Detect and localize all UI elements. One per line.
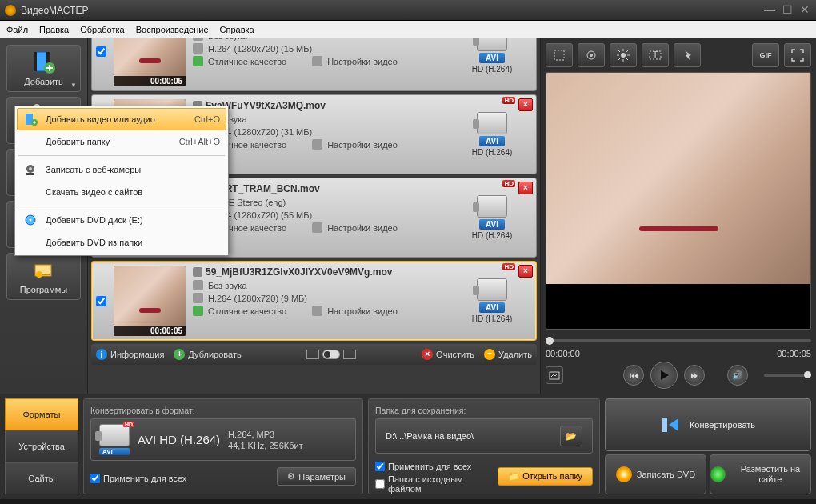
menu-add-video[interactable]: Добавить видео или аудио Ctrl+O (17, 108, 226, 130)
svg-rect-1 (34, 52, 37, 71)
output-path[interactable]: D:\...\Рамка на видео\ 📂 (375, 418, 593, 454)
quality-dropdown-icon (193, 306, 203, 316)
menu-file[interactable]: Файл (6, 25, 28, 34)
info-button[interactable]: iИнформация (96, 349, 164, 360)
output-format-cell[interactable]: HD×AVIHD (H.264) (448, 178, 536, 257)
open-folder-button[interactable]: 📁Открыть папку (498, 467, 593, 486)
text-tool[interactable]: T (642, 43, 669, 67)
tab-sites[interactable]: Сайты (5, 462, 78, 494)
clear-button[interactable]: ×Очистить (422, 349, 474, 360)
menu-add-dvd[interactable]: Добавить DVD диск (E:) (17, 209, 226, 231)
publish-button[interactable]: Разместить на сайте (710, 454, 811, 494)
fullscreen-tool[interactable] (784, 43, 811, 67)
quality-dropdown[interactable]: Отличное качество (208, 57, 286, 66)
apply-all-folder-checkbox[interactable]: Применить для всех (375, 462, 490, 471)
file-name: FyaWFuYV9tXzA3MQ.mov (193, 100, 445, 111)
add-dropdown-menu: Добавить видео или аудио Ctrl+O Добавить… (14, 106, 229, 256)
action-column: Конвертировать Записать DVD Разместить н… (605, 398, 811, 494)
add-button[interactable]: Добавить ▼ (6, 45, 81, 92)
convert-button[interactable]: Конвертировать (605, 398, 811, 451)
gif-tool[interactable]: GIF (752, 43, 779, 67)
duplicate-button[interactable]: +Дублировать (174, 349, 241, 360)
seek-bar[interactable] (546, 333, 811, 349)
codec-info: H.264 (1280x720) (9 МБ) (208, 294, 307, 303)
gear-icon (312, 306, 322, 316)
burn-dvd-button[interactable]: Записать DVD (605, 454, 706, 494)
delete-button[interactable]: –Удалить (484, 349, 532, 360)
quality-dropdown-icon (193, 56, 203, 66)
grid-view-icon (343, 350, 356, 359)
crop-tool[interactable] (546, 43, 573, 67)
output-format-cell[interactable]: HD×AVIHD (H.264) (448, 95, 536, 174)
play-button[interactable] (650, 362, 678, 389)
menu-download[interactable]: Скачать видео с сайтов (17, 181, 226, 203)
video-settings-link[interactable]: Настройки видео (327, 57, 398, 66)
menu-add-folder[interactable]: Добавить папку Ctrl+Alt+O (17, 130, 226, 153)
minimize-button[interactable]: — (763, 4, 776, 17)
tab-devices[interactable]: Устройства (5, 430, 78, 462)
params-button[interactable]: ⚙Параметры (277, 467, 356, 486)
format-badge: AVI (479, 219, 505, 230)
remove-file-button[interactable]: × (518, 98, 533, 111)
dvd-small-icon (23, 213, 39, 227)
audio-info: Без звука (208, 38, 247, 41)
speed-tool[interactable] (674, 43, 701, 67)
preview-panel: T GIF 00:00:00 00:00:05 ⏮ ⏭ 🔊 (540, 38, 816, 394)
file-thumbnail[interactable]: 00:00:05 (114, 266, 186, 336)
info-icon: i (96, 349, 107, 360)
menu-add-dvd-folder[interactable]: Добавить DVD из папки (17, 231, 226, 254)
camcorder-icon (477, 195, 507, 218)
view-toggle[interactable] (251, 350, 412, 359)
remove-file-button[interactable]: × (518, 265, 533, 278)
file-thumbnail[interactable]: 00:00:05 (114, 38, 186, 86)
hd-badge: HD (502, 180, 515, 187)
video-settings-link[interactable]: Настройки видео (327, 306, 398, 316)
file-checkbox[interactable] (96, 296, 106, 306)
output-format-cell[interactable]: HD×AVIHD (H.264) (448, 38, 536, 90)
menu-edit[interactable]: Правка (39, 25, 69, 34)
camcorder-icon (99, 424, 130, 446)
snapshot-button[interactable] (546, 366, 563, 384)
remove-file-button[interactable]: × (518, 182, 533, 194)
output-format-cell[interactable]: HD×AVIHD (H.264) (448, 262, 536, 340)
maximize-button[interactable]: ☐ (781, 4, 794, 17)
next-button[interactable]: ⏭ (684, 365, 705, 386)
svg-text:T: T (653, 50, 658, 59)
enhance-tool[interactable] (578, 43, 605, 67)
gear-icon (312, 222, 322, 233)
video-preview[interactable] (546, 72, 811, 330)
close-button[interactable]: ✕ (798, 4, 811, 17)
menu-help[interactable]: Справка (220, 25, 254, 34)
apply-all-checkbox[interactable]: Применить для всех (90, 474, 186, 483)
volume-slider[interactable] (764, 374, 811, 377)
svg-point-13 (621, 53, 626, 58)
format-panel: Конвертировать в формат: HD AVI AVI HD (… (83, 398, 363, 494)
svg-point-21 (29, 167, 32, 170)
file-row[interactable]: 00:00:0559_MjBfU3R1ZGlvX0JlYXV0eV9MVg.mo… (91, 261, 537, 341)
hd-badge: HD (502, 263, 515, 270)
tab-formats[interactable]: Форматы (5, 398, 78, 430)
format-selector[interactable]: HD AVI AVI HD (H.264) H.264, MP344,1 KHz… (90, 418, 356, 461)
svg-rect-10 (554, 50, 564, 60)
gear-icon: ⚙ (287, 471, 295, 482)
menu-webcam[interactable]: Записать с веб-камеры (17, 158, 226, 181)
menu-process[interactable]: Обработка (80, 25, 124, 34)
video-settings-link[interactable]: Настройки видео (327, 140, 398, 150)
prev-button[interactable]: ⏮ (623, 365, 644, 386)
video-settings-link[interactable]: Настройки видео (327, 223, 398, 233)
browse-button[interactable]: 📂 (560, 426, 582, 446)
same-folder-checkbox[interactable]: Папка с исходным файлом (375, 474, 490, 494)
menu-playback[interactable]: Воспроизведение (136, 25, 209, 34)
film-icon (193, 267, 202, 277)
brightness-tool[interactable] (610, 43, 637, 67)
programs-button[interactable]: Программы (6, 253, 81, 300)
key-icon (30, 258, 58, 282)
app-logo-icon (5, 5, 16, 16)
audio-info: Без звука (208, 281, 247, 290)
file-checkbox[interactable] (96, 46, 106, 57)
minus-icon: – (484, 349, 495, 360)
quality-dropdown[interactable]: Отличное качество (208, 306, 286, 316)
volume-button[interactable]: 🔊 (727, 365, 748, 386)
file-row[interactable]: 00:00:0542_MDZiQmlvNlJXR5X0tL.movБез зву… (91, 38, 537, 91)
title-bar: ВидеоМАСТЕР — ☐ ✕ (0, 0, 816, 21)
